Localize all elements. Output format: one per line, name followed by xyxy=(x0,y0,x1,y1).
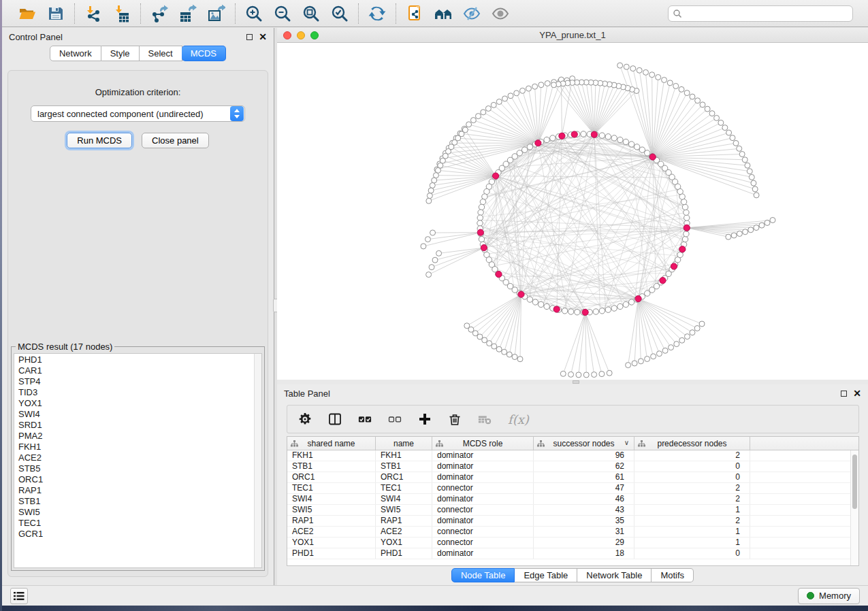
main-toolbar xyxy=(2,0,868,27)
network-from-file-icon[interactable] xyxy=(405,4,424,23)
table-row[interactable]: RAP1RAP1dominator352 xyxy=(287,516,858,527)
save-session-icon[interactable] xyxy=(46,4,65,23)
mcds-result-item[interactable]: YOX1 xyxy=(18,398,254,409)
table-row[interactable]: YOX1YOX1connector291 xyxy=(287,538,858,548)
table-cell: dominator xyxy=(432,516,534,526)
open-file-icon[interactable] xyxy=(18,4,37,23)
hide-graphics-details-icon[interactable] xyxy=(462,4,481,23)
zoom-in-icon[interactable] xyxy=(244,4,263,23)
column-header-successor-nodes[interactable]: successor nodes∨ xyxy=(534,437,634,450)
export-image-icon[interactable] xyxy=(207,4,226,23)
shared-column-icon xyxy=(537,440,545,447)
zoom-fit-icon[interactable] xyxy=(302,4,321,23)
tab-select[interactable]: Select xyxy=(140,46,182,61)
mcds-result-item[interactable]: TEC1 xyxy=(18,518,254,529)
table-cell: ACE2 xyxy=(376,527,432,537)
table-panel: Table Panel ✕ f(x) shared namenameMCDS r… xyxy=(277,384,868,585)
mcds-result-item[interactable]: FKH1 xyxy=(18,442,254,452)
run-mcds-button[interactable]: Run MCDS xyxy=(67,133,132,148)
tab-node-table[interactable]: Node Table xyxy=(451,568,515,582)
table-row[interactable]: ORC1ORC1dominator610 xyxy=(287,472,858,483)
window-minimize-icon[interactable] xyxy=(297,31,305,39)
table-cell: dominator xyxy=(432,548,534,559)
table-row[interactable]: STB1STB1dominator620 xyxy=(287,461,858,472)
table-scrollbar-thumb[interactable] xyxy=(852,455,857,509)
zoom-out-icon[interactable] xyxy=(273,4,292,23)
home-pages-icon[interactable] xyxy=(434,4,453,23)
mcds-result-item[interactable]: GCR1 xyxy=(18,529,254,540)
horizontal-splitter[interactable] xyxy=(277,380,868,384)
table-tabs: Node TableEdge TableNetwork TableMotifs xyxy=(277,568,868,582)
window-maximize-icon[interactable] xyxy=(310,31,319,39)
tab-style[interactable]: Style xyxy=(101,46,140,61)
criterion-select[interactable]: largest connected component (undirected) xyxy=(31,105,245,122)
deselect-all-icon[interactable] xyxy=(388,412,402,426)
show-graphics-details-icon[interactable] xyxy=(491,4,510,23)
create-column-plus-icon[interactable] xyxy=(418,412,432,426)
refresh-icon[interactable] xyxy=(368,4,387,23)
control-panel-titlebar: Control Panel ✕ xyxy=(2,28,274,46)
mcds-result-item[interactable]: STP4 xyxy=(18,376,254,387)
splitter-grip[interactable] xyxy=(573,380,579,384)
show-column-panel-icon[interactable] xyxy=(328,412,342,426)
table-row[interactable]: SWI5SWI5connector431 xyxy=(287,505,858,516)
network-canvas[interactable] xyxy=(277,43,868,380)
close-panel-button[interactable]: Close panel xyxy=(142,133,209,148)
table-row[interactable]: TEC1TEC1connector472 xyxy=(287,483,858,494)
column-header-MCDS-role[interactable]: MCDS role xyxy=(432,437,534,450)
table-options-gear-icon[interactable] xyxy=(298,412,312,426)
search-input[interactable] xyxy=(668,5,853,22)
memory-status-icon xyxy=(807,592,814,599)
tab-edge-table[interactable]: Edge Table xyxy=(515,568,577,582)
mcds-result-item[interactable]: RAP1 xyxy=(18,485,254,496)
table-row[interactable]: PHD1PHD1dominator180 xyxy=(287,548,858,559)
mcds-result-item[interactable]: ACE2 xyxy=(18,452,254,463)
table-row[interactable]: ACE2ACE2connector311 xyxy=(287,527,858,538)
close-panel-icon[interactable]: ✕ xyxy=(853,390,861,397)
tab-network[interactable]: Network xyxy=(50,46,101,61)
table-cell: dominator xyxy=(432,472,534,482)
control-panel-title: Control Panel xyxy=(9,32,63,42)
window-close-icon[interactable] xyxy=(283,31,291,39)
search-field-wrap xyxy=(668,5,853,22)
mcds-result-item[interactable]: SWI5 xyxy=(18,507,254,518)
table-cell: YOX1 xyxy=(287,538,376,548)
mcds-result-item[interactable]: SRD1 xyxy=(18,420,254,431)
mcds-result-item[interactable]: CAR1 xyxy=(18,365,254,376)
mcds-result-scrollbar[interactable] xyxy=(254,354,261,567)
table-cell: YOX1 xyxy=(376,538,432,548)
close-panel-icon[interactable]: ✕ xyxy=(259,33,267,40)
mcds-result-item[interactable]: TID3 xyxy=(18,387,254,398)
show-task-history-button[interactable] xyxy=(10,588,28,604)
select-all-icon[interactable] xyxy=(358,412,372,426)
export-table-icon[interactable] xyxy=(178,4,197,23)
table-cell: 46 xyxy=(534,494,634,504)
column-header-shared-name[interactable]: shared name xyxy=(287,437,376,450)
column-header-predecessor-nodes[interactable]: predecessor nodes xyxy=(634,437,750,450)
mcds-result-item[interactable]: ORC1 xyxy=(18,474,254,485)
delete-column-trash-icon[interactable] xyxy=(448,412,462,426)
zoom-selected-icon[interactable] xyxy=(330,4,349,23)
network-window-titlebar[interactable]: YPA_prune.txt_1 xyxy=(277,28,868,43)
mcds-result-item[interactable]: SWI4 xyxy=(18,409,254,420)
tab-mcds[interactable]: MCDS xyxy=(182,46,226,61)
import-table-icon[interactable] xyxy=(112,4,131,23)
export-network-icon[interactable] xyxy=(150,4,169,23)
mcds-result-item[interactable]: PHD1 xyxy=(18,354,254,365)
tab-network-table[interactable]: Network Table xyxy=(577,568,652,582)
memory-button[interactable]: Memory xyxy=(798,588,860,604)
column-header-name[interactable]: name xyxy=(376,437,432,450)
import-network-icon[interactable] xyxy=(84,4,103,23)
mcds-result-item[interactable]: PMA2 xyxy=(18,431,254,442)
table-row[interactable]: FKH1FKH1dominator962 xyxy=(287,450,858,461)
table-cell: SWI5 xyxy=(376,505,432,515)
table-row[interactable]: SWI4SWI4dominator462 xyxy=(287,494,858,505)
table-cell: FKH1 xyxy=(287,450,376,461)
tab-motifs[interactable]: Motifs xyxy=(652,568,694,582)
mcds-result-item[interactable]: STB1 xyxy=(18,496,254,507)
table-scrollbar[interactable] xyxy=(850,450,858,565)
mcds-result-item[interactable]: STB5 xyxy=(18,463,254,474)
float-window-icon[interactable] xyxy=(246,34,253,40)
table-toolbar: f(x) xyxy=(287,405,859,433)
float-window-icon[interactable] xyxy=(841,391,847,397)
